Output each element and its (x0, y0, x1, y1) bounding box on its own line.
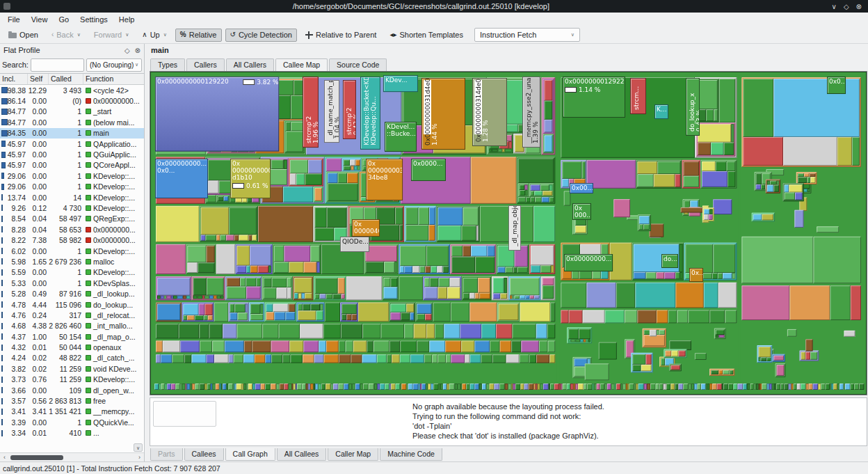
table-row[interactable]: 45.970.001QCoreAppl... (0, 160, 144, 171)
tab-parts[interactable]: Parts (150, 448, 183, 461)
table-row[interactable]: 3.820.0211 259void KDeve... (0, 363, 144, 374)
function-type-icon (86, 366, 91, 372)
forward-button[interactable]: Forward ∨ (89, 29, 134, 42)
table-row[interactable]: 45.970.001QApplicatio... (0, 139, 144, 149)
called-cell: 1 (49, 268, 83, 276)
table-row[interactable]: 3.570.562 863 813free (0, 395, 144, 406)
table-row[interactable]: 86.140.00(0)0x00000000... (0, 95, 144, 106)
flat-profile-table: Incl.SelfCalledFunction 98.3812.293 493<… (0, 73, 144, 452)
table-row[interactable]: 3.390.001QQuickVie... (0, 417, 144, 427)
called-cell: 2 826 460 (49, 322, 83, 330)
shorten-templates-toggle[interactable]: ◂▸ Shorten Templates (385, 29, 468, 42)
open-label: Open (19, 31, 38, 39)
menu-go[interactable]: Go (53, 14, 74, 25)
tab-callee-map[interactable]: Callee Map (275, 58, 328, 71)
incl-bar (1, 98, 8, 104)
self-cell: 0.04 (28, 226, 49, 234)
close-icon[interactable]: ⊗ (856, 3, 862, 10)
tab-types[interactable]: Types (150, 58, 185, 71)
event-type-select[interactable]: Instruction Fetch ∨ (474, 28, 580, 42)
tab-caller-map[interactable]: Caller Map (328, 448, 378, 461)
table-row[interactable]: 3.730.7611 259KDevelop::... (0, 374, 144, 385)
relative-to-parent-toggle[interactable]: Relative to Parent (300, 29, 381, 42)
float-dock-icon[interactable]: ◇ (124, 47, 130, 54)
table-row[interactable]: 5.280.4987 916_dl_lookup... (0, 288, 144, 299)
table-row[interactable]: 29.060.001KDevelop::... (0, 171, 144, 181)
grouping-select[interactable]: (No Grouping) ∨ (86, 58, 142, 72)
incl-cell: 3.82 (0, 365, 28, 373)
table-row[interactable]: 8.540.0458 497QRegExp::... (0, 214, 144, 224)
scroll-right-icon[interactable]: › (135, 454, 144, 461)
tab-callers[interactable]: Callers (186, 58, 225, 71)
table-row[interactable]: 45.970.001QGuiApplic... (0, 149, 144, 159)
status-bar: callgrind.out.25010 [1] - Total Instruct… (0, 461, 868, 474)
table-row[interactable]: 13.740.0014KDevelop::... (0, 192, 144, 203)
cycle-detection-toggle[interactable]: ↺ Cycle Detection (225, 29, 297, 42)
scrollbar-thumb[interactable] (10, 455, 63, 460)
tab-call-graph[interactable]: Call Graph (225, 448, 275, 461)
scroll-left-icon[interactable]: ‹ (0, 454, 9, 461)
column-header-incl[interactable]: Incl. (0, 74, 28, 84)
table-row[interactable]: 4.240.0248 822_dl_catch_... (0, 353, 144, 363)
scroll-down-button[interactable]: ∨ (134, 443, 143, 452)
function-cell: main (83, 129, 144, 137)
table-row[interactable]: 4.784.44115 096do_lookup... (0, 299, 144, 310)
move-icon (305, 31, 313, 39)
column-header-self[interactable]: Self (28, 74, 49, 84)
self-cell: 0.00 (28, 193, 49, 202)
menu-settings[interactable]: Settings (74, 14, 113, 25)
table-row[interactable]: 5.330.001KDevSplas... (0, 278, 144, 288)
relative-toggle[interactable]: % Relative (175, 29, 222, 42)
tab-all-callers[interactable]: All Callers (226, 58, 274, 71)
close-dock-icon[interactable]: ⊗ (135, 47, 140, 54)
function-cell: _dl_catch_... (83, 354, 144, 362)
open-button[interactable]: Open (3, 29, 43, 42)
table-row[interactable]: 4.684.382 826 460_int_mallo... (0, 321, 144, 331)
table-row[interactable]: 6.020.001KDevelop::... (0, 246, 144, 256)
called-cell: 58 653 (49, 226, 83, 234)
scrollbar-track[interactable] (9, 455, 135, 461)
table-row[interactable]: 84.770.001(below mai... (0, 117, 144, 127)
table-row[interactable]: 4.371.0050 154_dl_map_o... (0, 331, 144, 342)
menu-view[interactable]: View (26, 14, 54, 25)
table-row[interactable]: 3.660.00109dl_open_w... (0, 385, 144, 395)
table-row[interactable]: 4.320.0150 044openaux (0, 342, 144, 352)
table-row[interactable]: 84.350.001main (0, 128, 144, 139)
up-button[interactable]: ∧ Up ∨ (137, 29, 172, 42)
table-row[interactable]: 9.260.124 730KDevelop::... (0, 203, 144, 213)
incl-bar (1, 409, 3, 415)
menu-file[interactable]: File (2, 14, 26, 25)
table-row[interactable]: 98.3812.293 493<cycle 42> (0, 85, 144, 95)
table-row[interactable]: 8.280.0458 6530x0000000... (0, 224, 144, 235)
maximize-icon[interactable]: ◇ (844, 3, 849, 10)
minimize-icon[interactable]: ∨ (832, 3, 837, 10)
column-header-function[interactable]: Function (83, 74, 144, 84)
table-row[interactable]: 84.770.001_start (0, 106, 144, 117)
incl-cell: 8.22 (0, 236, 28, 244)
menu-help[interactable]: Help (113, 14, 140, 25)
horizontal-scrollbar[interactable]: ‹ › (0, 452, 144, 461)
tab-source-code[interactable]: Source Code (329, 58, 387, 71)
table-row[interactable]: 4.760.24317_dl_relocat... (0, 310, 144, 320)
callee-map-canvas[interactable] (150, 72, 867, 395)
back-label: Back (56, 31, 73, 39)
incl-bar (1, 430, 3, 436)
table-row[interactable]: 5.981.652 679 236malloc (0, 256, 144, 267)
column-header-called[interactable]: Called (49, 74, 83, 84)
search-label: Search: (2, 61, 29, 69)
table-row[interactable]: 8.227.3858 9820x0000000... (0, 235, 144, 245)
tab-all-callees[interactable]: All Callees (277, 448, 327, 461)
table-row[interactable]: 5.590.001KDevelop::... (0, 267, 144, 278)
table-row[interactable]: 3.340.01410... (0, 428, 144, 439)
graph-error-line: Trying to run the following command did … (412, 411, 604, 421)
self-cell: 0.12 (28, 204, 49, 212)
tab-machine-code[interactable]: Machine Code (380, 448, 442, 461)
tab-callees[interactable]: Callees (184, 448, 224, 461)
incl-bar (1, 280, 3, 286)
back-button[interactable]: ‹ Back ∨ (47, 29, 86, 42)
function-cell: dl_open_w... (83, 386, 144, 395)
table-row[interactable]: 3.413.411 351 421__memcpy... (0, 406, 144, 417)
search-input[interactable] (31, 58, 84, 72)
table-row[interactable]: 29.060.001KDevelop::... (0, 182, 144, 192)
top-tab-bar: TypesCallersAll CallersCallee MapSource … (150, 58, 388, 71)
